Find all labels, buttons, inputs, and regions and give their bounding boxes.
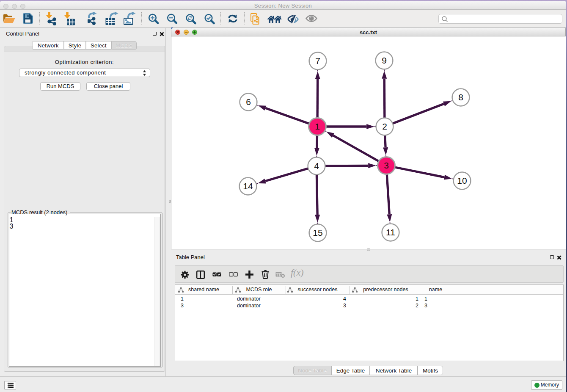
svg-text:2: 2: [382, 121, 387, 131]
svg-text:4: 4: [314, 161, 319, 171]
svg-text:15: 15: [313, 228, 322, 237]
svg-text:11: 11: [386, 227, 395, 237]
svg-text:7: 7: [315, 56, 320, 66]
svg-text:10: 10: [457, 176, 467, 185]
svg-text:14: 14: [243, 181, 253, 191]
svg-text:1: 1: [315, 121, 320, 131]
svg-text:9: 9: [382, 55, 387, 65]
svg-text:8: 8: [458, 92, 463, 102]
svg-text:3: 3: [384, 160, 389, 170]
svg-text:6: 6: [246, 97, 251, 107]
